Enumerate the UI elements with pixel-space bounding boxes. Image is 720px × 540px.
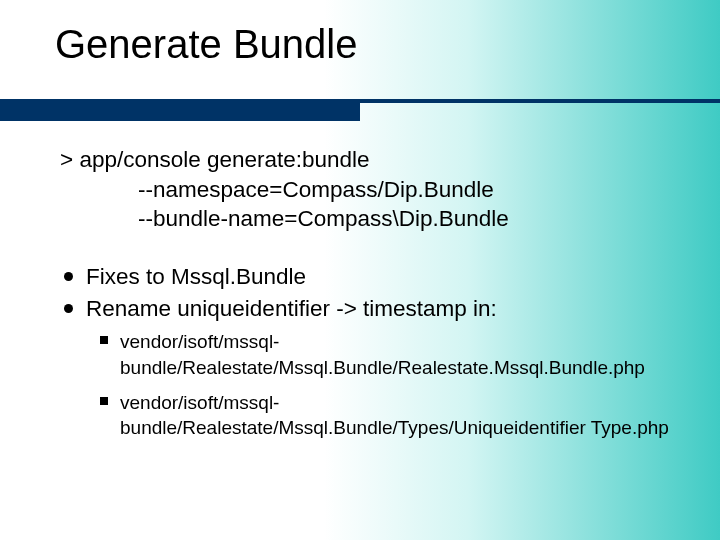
command-line-3: --bundle-name=Compass\Dip.Bundle: [60, 204, 675, 234]
title-region: Generate Bundle: [55, 22, 680, 73]
sub-bullet-text: vendor/isoft/mssql-bundle/Realestate/Mss…: [120, 392, 669, 438]
bullet-list: Fixes to Mssql.Bundle Rename uniqueident…: [60, 262, 675, 440]
command-line-2: --namespace=Compass/Dip.Bundle: [60, 175, 675, 205]
page-title: Generate Bundle: [55, 22, 680, 67]
list-item: vendor/isoft/mssql-bundle/Realestate/Mss…: [98, 329, 675, 379]
title-accent-bar: [0, 103, 360, 121]
bullet-text: Rename uniqueidentifier -> timestamp in:: [86, 296, 497, 321]
bullet-text: Fixes to Mssql.Bundle: [86, 264, 306, 289]
sub-list: vendor/isoft/mssql-bundle/Realestate/Mss…: [98, 329, 675, 439]
content: > app/console generate:bundle --namespac…: [60, 145, 675, 450]
sub-bullet-text: vendor/isoft/mssql-bundle/Realestate/Mss…: [120, 331, 645, 377]
command-line-1: > app/console generate:bundle: [60, 145, 675, 175]
list-item: vendor/isoft/mssql-bundle/Realestate/Mss…: [98, 390, 675, 440]
list-item: Fixes to Mssql.Bundle: [60, 262, 675, 292]
command-block: > app/console generate:bundle --namespac…: [60, 145, 675, 234]
list-item: Rename uniqueidentifier -> timestamp in:…: [60, 294, 675, 440]
slide: Generate Bundle > app/console generate:b…: [0, 0, 720, 540]
